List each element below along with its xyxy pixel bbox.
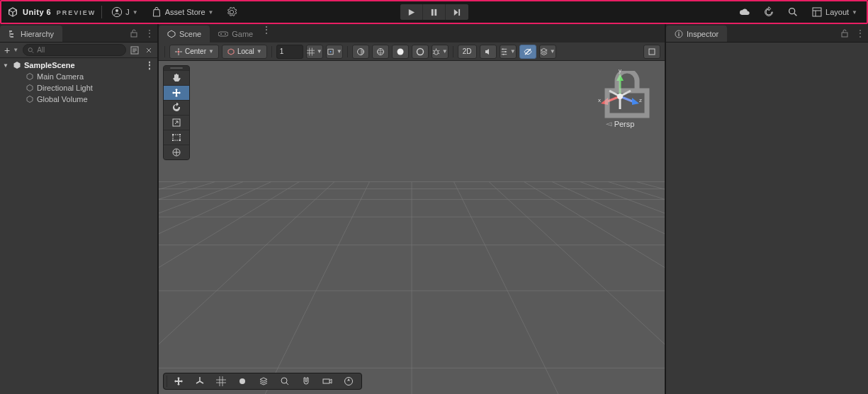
search-overlay-button[interactable] bbox=[275, 374, 295, 388]
draw-mode-button[interactable] bbox=[352, 45, 369, 59]
hierarchy-item[interactable]: Global Volume bbox=[0, 94, 157, 105]
lock-toggle[interactable] bbox=[837, 24, 852, 42]
orientation-overlay-button[interactable] bbox=[190, 374, 210, 388]
undo-history-button[interactable] bbox=[760, 4, 778, 20]
snap-overlay-button[interactable] bbox=[296, 374, 316, 388]
gizmos-dropdown[interactable] bbox=[643, 45, 660, 59]
2d-toggle[interactable]: 2D bbox=[458, 45, 477, 59]
svg-rect-4 bbox=[458, 9, 460, 15]
circle-icon bbox=[237, 376, 247, 386]
shaded-wireframe-button[interactable] bbox=[412, 45, 429, 59]
hand-tool[interactable] bbox=[164, 70, 189, 85]
hierarchy-collapse-button[interactable] bbox=[143, 46, 154, 55]
audio-toggle[interactable] bbox=[480, 45, 497, 59]
panel-menu[interactable]: ⋮ bbox=[261, 24, 271, 43]
account-icon bbox=[111, 6, 123, 18]
svg-text:x: x bbox=[598, 97, 601, 103]
foldout-icon[interactable]: ▼ bbox=[3, 62, 10, 69]
cloud-button[interactable] bbox=[735, 4, 754, 20]
nav-overlay-button[interactable] bbox=[339, 374, 359, 388]
fx-dropdown[interactable]: ▼ bbox=[500, 45, 517, 59]
item-label: Main Camera bbox=[37, 72, 84, 81]
move-tool[interactable] bbox=[164, 85, 189, 100]
gameobject-icon bbox=[26, 72, 34, 81]
step-button[interactable] bbox=[446, 4, 468, 20]
scene-name: SampleScene bbox=[24, 61, 75, 69]
scene-viewport[interactable]: y x z ◅Persp bbox=[159, 61, 665, 394]
hierarchy-icon bbox=[9, 30, 17, 38]
settings-button[interactable] bbox=[222, 4, 241, 20]
transform-tools-palette bbox=[163, 65, 190, 160]
visibility-toggle[interactable] bbox=[519, 45, 536, 59]
move-overlay-button[interactable] bbox=[169, 374, 188, 388]
layout-dropdown[interactable]: Layout ▼ bbox=[808, 4, 861, 20]
camera-overlay-button[interactable] bbox=[317, 374, 337, 388]
panel-menu[interactable]: ⋮ bbox=[852, 24, 868, 42]
pause-button[interactable] bbox=[423, 4, 446, 20]
panel-menu[interactable]: ⋮ bbox=[142, 24, 157, 42]
account-initial: J bbox=[125, 8, 130, 16]
layers-overlay-button[interactable] bbox=[254, 374, 274, 388]
search-icon bbox=[28, 47, 34, 54]
kebab-icon[interactable]: ⋮ bbox=[145, 60, 154, 71]
search-button[interactable] bbox=[784, 4, 802, 20]
light-overlay-button[interactable] bbox=[232, 374, 252, 388]
plus-icon: + bbox=[4, 45, 10, 56]
grid-snap-dropdown[interactable]: ▼ bbox=[306, 45, 323, 59]
kebab-icon: ⋮ bbox=[145, 28, 154, 39]
svg-rect-9 bbox=[11, 36, 13, 38]
orientation-gizmo[interactable]: y x z ◅Persp bbox=[588, 68, 652, 128]
lock-toggle[interactable] bbox=[126, 24, 142, 42]
grid-size-input[interactable] bbox=[276, 45, 303, 59]
hierarchy-tree: ▼ SampleScene ⋮ Main Camera Directional … bbox=[0, 58, 157, 106]
kebab-icon: ⋮ bbox=[855, 28, 865, 39]
pivot-label: Center bbox=[185, 47, 206, 55]
svg-point-22 bbox=[417, 48, 423, 55]
svg-rect-80 bbox=[678, 33, 679, 36]
wireframe-button[interactable] bbox=[372, 45, 389, 59]
item-label: Directional Light bbox=[37, 84, 93, 92]
hierarchy-item[interactable]: Directional Light bbox=[0, 82, 157, 94]
audio-icon bbox=[484, 47, 492, 56]
create-dropdown[interactable]: +▼ bbox=[3, 45, 20, 56]
grid-icon bbox=[307, 47, 315, 56]
svg-rect-57 bbox=[172, 140, 174, 141]
hierarchy-item[interactable]: Main Camera bbox=[0, 71, 157, 82]
rect-tool[interactable] bbox=[164, 130, 189, 145]
tab-game[interactable]: Game bbox=[210, 26, 261, 43]
layers-dropdown[interactable]: ▼ bbox=[539, 45, 556, 59]
scene-row[interactable]: ▼ SampleScene ⋮ bbox=[0, 60, 157, 71]
lock-icon[interactable] bbox=[602, 71, 652, 120]
debug-mode-dropdown[interactable]: ▼ bbox=[432, 45, 449, 59]
grid-icon bbox=[216, 376, 226, 386]
handle-rotation-dropdown[interactable]: Local▼ bbox=[222, 45, 267, 59]
account-dropdown[interactable]: J ▼ bbox=[108, 4, 141, 20]
search-by-type-button[interactable] bbox=[129, 46, 140, 55]
tab-hierarchy[interactable]: Hierarchy bbox=[0, 26, 62, 42]
grid-overlay-button[interactable] bbox=[211, 374, 231, 388]
asset-store-dropdown[interactable]: Asset Store ▼ bbox=[147, 4, 218, 20]
2d-label: 2D bbox=[463, 47, 472, 55]
layout-icon bbox=[811, 6, 823, 18]
play-icon bbox=[407, 9, 415, 16]
kebab-icon: ⋮ bbox=[261, 24, 271, 35]
hierarchy-search-input[interactable] bbox=[37, 46, 121, 54]
svg-rect-3 bbox=[434, 9, 436, 15]
tab-inspector[interactable]: Inspector bbox=[666, 26, 727, 42]
layout-label: Layout bbox=[825, 8, 849, 16]
unity-logo-icon bbox=[7, 6, 18, 18]
pivot-mode-dropdown[interactable]: Center▼ bbox=[169, 45, 219, 59]
transform-tool[interactable] bbox=[164, 145, 189, 159]
scale-tool[interactable] bbox=[164, 115, 189, 130]
hierarchy-search[interactable] bbox=[23, 44, 126, 56]
rotate-tool[interactable] bbox=[164, 100, 189, 115]
snap-increment-dropdown[interactable]: ▼ bbox=[326, 45, 343, 59]
shaded-wire-icon bbox=[416, 47, 424, 56]
search-icon bbox=[787, 6, 799, 18]
play-button[interactable] bbox=[400, 4, 423, 20]
unlit-button[interactable] bbox=[392, 45, 409, 59]
chevron-down-icon: ▼ bbox=[13, 47, 18, 53]
brand-preview-text: PREVIEW bbox=[57, 9, 96, 16]
tab-scene[interactable]: Scene bbox=[159, 26, 210, 43]
move-icon bbox=[171, 88, 181, 98]
